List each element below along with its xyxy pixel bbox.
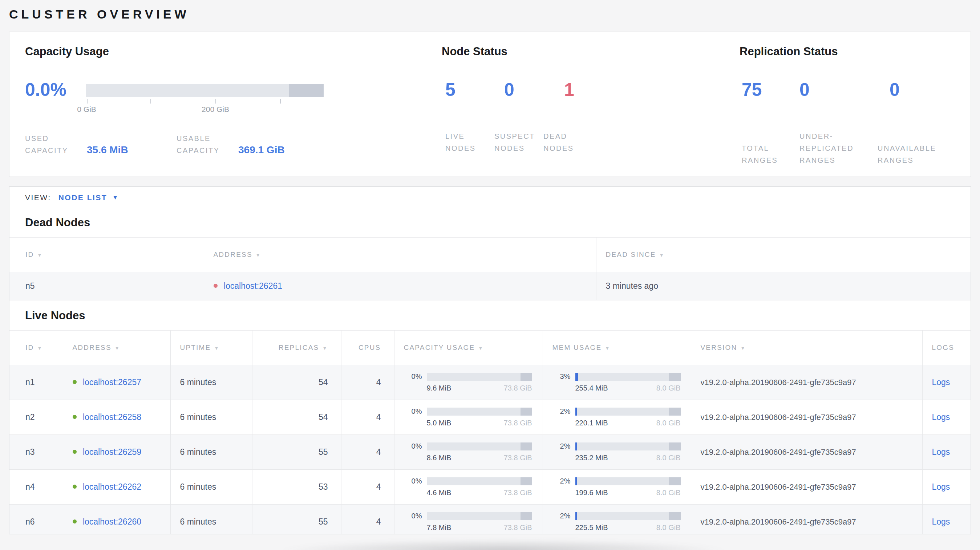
page-title: CLUSTER OVERVIEW bbox=[9, 7, 971, 21]
capacity-used-value: 8.6 MiB bbox=[427, 454, 452, 462]
live-col-header-id[interactable]: ID▼ bbox=[10, 331, 63, 365]
capacity-usage-bar bbox=[427, 512, 532, 520]
capacity-percent-label: 0% bbox=[404, 372, 422, 381]
capacity-total-value: 73.8 GiB bbox=[504, 523, 532, 532]
replication-status-section: Replication Status 75 0 0 TOTAL RANGES U… bbox=[740, 45, 977, 176]
mem-total-value: 8.0 GiB bbox=[656, 419, 681, 427]
live-node-replicas: 55 bbox=[252, 435, 341, 470]
dead-col-header-id[interactable]: ID▼ bbox=[10, 238, 204, 272]
axis-tick bbox=[280, 99, 281, 103]
capacity-total-value: 73.8 GiB bbox=[504, 489, 532, 497]
mem-used-value: 255.4 MiB bbox=[575, 384, 608, 392]
live-node-uptime: 6 minutes bbox=[170, 505, 252, 535]
live-node-address-link[interactable]: localhost:26260 bbox=[83, 517, 141, 526]
mem-used-value: 225.5 MiB bbox=[575, 523, 608, 532]
under-replicated-ranges-count: 0 bbox=[799, 79, 889, 100]
sort-arrow-icon: ▼ bbox=[214, 345, 220, 351]
live-node-address-cell: localhost:26257 bbox=[63, 365, 170, 400]
view-selector-dropdown[interactable]: NODE LIST ▼ bbox=[59, 193, 118, 202]
dead-nodes-count: 1 bbox=[564, 79, 637, 100]
live-node-mem-cell: 2% 235.2 MiB 8.0 GiB bbox=[542, 435, 691, 470]
live-nodes-table: ID▼ ADDRESS▼ UPTIME▼ REPLICAS▼ CPUS CAPA… bbox=[10, 330, 971, 534]
view-selected-value: NODE LIST bbox=[59, 193, 108, 202]
node-status-section: Node Status 5 0 1 LIVE NODES SUSPECT NOD… bbox=[442, 45, 740, 176]
mem-percent-label: 2% bbox=[552, 407, 571, 416]
capacity-percent-label: 0% bbox=[404, 477, 422, 485]
capacity-percent-label: 0% bbox=[404, 512, 422, 520]
live-node-logs-cell: Logs bbox=[922, 365, 971, 400]
live-col-header-replicas[interactable]: REPLICAS▼ bbox=[252, 331, 341, 365]
total-ranges-count: 75 bbox=[742, 79, 799, 100]
live-node-cpus: 4 bbox=[341, 365, 394, 400]
live-node-cpus: 4 bbox=[341, 435, 394, 470]
live-nodes-title: Live Nodes bbox=[10, 300, 970, 330]
live-col-header-cpus: CPUS bbox=[341, 331, 394, 365]
live-node-address-link[interactable]: localhost:26259 bbox=[83, 447, 141, 457]
dead-node-address-link[interactable]: localhost:26261 bbox=[224, 281, 282, 291]
live-node-address-cell: localhost:26260 bbox=[63, 505, 170, 535]
view-bar: VIEW: NODE LIST ▼ bbox=[9, 186, 971, 208]
live-node-address-link[interactable]: localhost:26258 bbox=[83, 412, 141, 422]
mem-used-value: 199.6 MiB bbox=[575, 489, 608, 497]
capacity-usage-bar bbox=[427, 442, 532, 450]
capacity-percent-label: 0% bbox=[404, 407, 422, 416]
replication-status-title: Replication Status bbox=[740, 45, 977, 59]
mem-usage-bar bbox=[575, 512, 681, 520]
mem-percent-label: 2% bbox=[552, 512, 571, 520]
live-status-icon bbox=[73, 415, 76, 419]
axis-tick-label: 200 GiB bbox=[202, 105, 229, 114]
mem-total-value: 8.0 GiB bbox=[656, 384, 681, 392]
live-col-header-mem-usage[interactable]: MEM USAGE▼ bbox=[542, 331, 691, 365]
mem-percent-label: 2% bbox=[552, 477, 571, 485]
cluster-overview-page: CLUSTER OVERVIEW Capacity Usage 0.0% 0 G… bbox=[0, 0, 980, 550]
live-status-icon bbox=[73, 450, 76, 454]
live-col-header-version[interactable]: VERSION▼ bbox=[691, 331, 922, 365]
live-node-logs-cell: Logs bbox=[922, 400, 971, 435]
live-node-version: v19.2.0-alpha.20190606-2491-gfe735c9a97 bbox=[691, 470, 922, 505]
live-node-logs-cell: Logs bbox=[922, 470, 971, 505]
axis-tick bbox=[87, 99, 88, 103]
live-col-header-uptime[interactable]: UPTIME▼ bbox=[170, 331, 252, 365]
capacity-used-value: 5.0 MiB bbox=[427, 419, 452, 427]
logs-link[interactable]: Logs bbox=[932, 517, 950, 526]
live-col-header-address[interactable]: ADDRESS▼ bbox=[63, 331, 170, 365]
logs-link[interactable]: Logs bbox=[932, 482, 950, 491]
logs-link[interactable]: Logs bbox=[932, 447, 950, 457]
live-node-row: n1 localhost:26257 6 minutes 54 4 0% 9.6… bbox=[10, 365, 971, 400]
dead-nodes-label: DEAD NODES bbox=[543, 130, 592, 154]
sort-arrow-icon: ▼ bbox=[740, 345, 746, 351]
logs-link[interactable]: Logs bbox=[932, 377, 950, 387]
live-col-header-capacity-usage[interactable]: CAPACITY USAGE▼ bbox=[394, 331, 542, 365]
live-node-logs-cell: Logs bbox=[922, 435, 971, 470]
live-node-mem-cell: 3% 255.4 MiB 8.0 GiB bbox=[542, 365, 691, 400]
live-status-icon bbox=[73, 485, 76, 489]
capacity-total-value: 73.8 GiB bbox=[504, 384, 532, 392]
dead-node-id: n5 bbox=[10, 272, 204, 300]
dead-col-header-address[interactable]: ADDRESS▼ bbox=[204, 238, 596, 272]
capacity-total-value: 73.8 GiB bbox=[504, 454, 532, 462]
axis-tick-label: 0 GiB bbox=[77, 105, 96, 114]
mem-total-value: 8.0 GiB bbox=[656, 454, 681, 462]
dead-node-dead-since: 3 minutes ago bbox=[596, 272, 971, 300]
sort-arrow-icon: ▼ bbox=[37, 253, 43, 258]
live-node-version: v19.2.0-alpha.20190606-2491-gfe735c9a97 bbox=[691, 435, 922, 470]
live-node-row: n2 localhost:26258 6 minutes 54 4 0% 5.0… bbox=[10, 400, 971, 435]
live-node-uptime: 6 minutes bbox=[170, 400, 252, 435]
live-node-address-link[interactable]: localhost:26257 bbox=[83, 377, 141, 387]
logs-link[interactable]: Logs bbox=[932, 412, 950, 422]
mem-percent-label: 2% bbox=[552, 442, 571, 450]
live-node-address-cell: localhost:26259 bbox=[63, 435, 170, 470]
dead-col-header-dead-since[interactable]: DEAD SINCE▼ bbox=[596, 238, 971, 272]
live-nodes-count: 5 bbox=[445, 79, 504, 100]
capacity-used-percent: 0.0% bbox=[25, 79, 86, 102]
live-node-address-link[interactable]: localhost:26262 bbox=[83, 482, 141, 491]
capacity-usage-section: Capacity Usage 0.0% 0 GiB 200 GiB bbox=[10, 45, 442, 176]
bottom-shadow-artifact bbox=[276, 539, 730, 550]
live-node-row: n6 localhost:26260 6 minutes 55 4 0% 7.8… bbox=[10, 505, 971, 535]
suspect-nodes-count: 0 bbox=[504, 79, 564, 100]
live-node-id: n2 bbox=[10, 400, 63, 435]
live-node-logs-cell: Logs bbox=[922, 505, 971, 535]
capacity-usage-bar: 0 GiB 200 GiB bbox=[86, 84, 324, 102]
capacity-total-value: 73.8 GiB bbox=[504, 419, 532, 427]
mem-total-value: 8.0 GiB bbox=[656, 489, 681, 497]
